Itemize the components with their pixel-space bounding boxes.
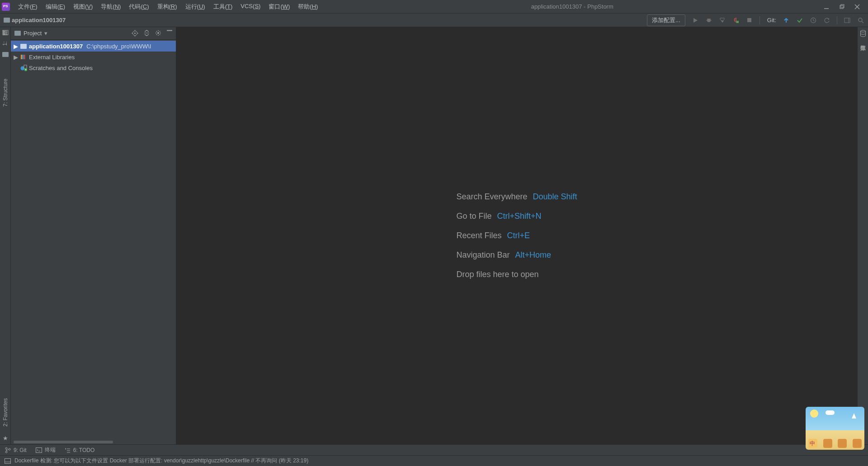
database-icon[interactable]: [860, 30, 866, 37]
right-tab-database[interactable]: 数据库: [858, 37, 868, 44]
menu-文件[interactable]: 文件(F): [14, 1, 41, 13]
svg-point-18: [859, 18, 862, 22]
titlebar: 文件(F)编辑(E)视图(V)导航(N)代码(C)重构(R)运行(U)工具(T)…: [0, 0, 868, 14]
menu-窗口[interactable]: 窗口(W): [265, 1, 293, 13]
coverage-icon[interactable]: [719, 17, 726, 24]
git-update-icon[interactable]: [783, 17, 790, 24]
svg-point-41: [9, 448, 10, 450]
project-tree[interactable]: ▶ application1001307 C:\phpstudy_pro\WWW…: [11, 40, 176, 440]
branch-icon: [5, 447, 11, 453]
folder-icon: [4, 18, 10, 23]
terminal-icon: [36, 447, 42, 453]
menubar: 文件(F)编辑(E)视图(V)导航(N)代码(C)重构(R)运行(U)工具(T)…: [14, 1, 321, 13]
stop-icon[interactable]: [746, 17, 753, 24]
svg-rect-32: [23, 55, 24, 59]
search-everywhere-icon[interactable]: [857, 17, 864, 24]
menu-帮助[interactable]: 帮助(H): [294, 1, 321, 13]
toolbar-run-icons: Git:: [692, 16, 864, 24]
breadcrumb[interactable]: application1001307: [4, 17, 66, 24]
editor-hint: Recent FilesCtrl+E: [456, 231, 577, 240]
menu-VCS[interactable]: VCS(S): [237, 1, 264, 13]
minimize-button[interactable]: [823, 3, 830, 10]
editor-hint: Navigation BarAlt+Home: [456, 250, 577, 260]
hide-panel-icon[interactable]: [167, 30, 172, 37]
run-icon[interactable]: [692, 17, 699, 24]
svg-rect-31: [21, 55, 22, 59]
menu-导航[interactable]: 导航(N): [97, 1, 124, 13]
ime-btn-icon[interactable]: [838, 439, 847, 448]
expand-arrow-icon[interactable]: ▶: [14, 54, 18, 61]
library-icon: [20, 54, 27, 60]
tree-node-label: External Libraries: [29, 54, 75, 61]
menu-工具[interactable]: 工具(T): [210, 1, 236, 13]
ime-lang-icon[interactable]: [808, 439, 817, 448]
git-label: Git:: [767, 17, 776, 24]
hint-shortcut: Ctrl+Shift+N: [497, 212, 541, 221]
navigation-toolbar: application1001307 添加配置... Git:: [0, 14, 868, 27]
tool-window-toggle-icon[interactable]: [5, 458, 11, 464]
bottom-tab-terminal[interactable]: 终端: [36, 446, 56, 454]
project-panel-title[interactable]: Project: [24, 30, 42, 37]
menu-编辑[interactable]: 编辑(E): [42, 1, 69, 13]
menu-运行[interactable]: 运行(U): [182, 1, 209, 13]
star-icon: ★: [3, 435, 8, 442]
svg-point-23: [134, 33, 136, 34]
svg-line-9: [707, 19, 708, 19]
hint-shortcut: Alt+Home: [515, 250, 552, 260]
cloud-icon: [826, 410, 835, 415]
ime-btn-icon[interactable]: [823, 439, 832, 448]
horizontal-scrollbar[interactable]: [11, 440, 176, 444]
svg-line-19: [862, 21, 863, 23]
bottom-tab-todo[interactable]: 6: TODO: [65, 447, 95, 453]
menu-重构[interactable]: 重构(R): [154, 1, 181, 13]
editor-hint: Search EverywhereDouble Shift: [456, 192, 577, 202]
git-revert-icon[interactable]: [823, 17, 830, 24]
layout-icon[interactable]: [844, 17, 851, 24]
git-history-icon[interactable]: [810, 17, 817, 24]
ime-overlay-widget[interactable]: [806, 407, 864, 450]
scratches-node[interactable]: ▶ Scratches and Consoles: [11, 62, 176, 73]
listen-debug-icon[interactable]: [732, 17, 740, 24]
project-panel-header: Project ▾: [11, 27, 176, 40]
boat-icon: [852, 413, 856, 419]
run-configuration-selector[interactable]: 添加配置...: [647, 14, 685, 26]
expand-all-icon[interactable]: [144, 30, 150, 37]
breadcrumb-project: application1001307: [12, 17, 66, 24]
svg-point-40: [5, 451, 7, 453]
right-tool-gutter: 数据库: [857, 27, 868, 444]
bottom-tab-git[interactable]: 9: Git: [5, 447, 27, 453]
editor-empty-state[interactable]: Search EverywhereDouble ShiftGo to FileC…: [176, 27, 857, 444]
hint-shortcut: Ctrl+E: [507, 231, 530, 240]
gear-icon[interactable]: [155, 30, 161, 37]
tree-node-label: application1001307: [29, 43, 83, 50]
git-commit-icon[interactable]: [796, 17, 803, 24]
svg-rect-42: [36, 447, 42, 452]
sun-icon: [810, 410, 818, 418]
locate-icon[interactable]: [132, 30, 138, 37]
left-tab-project[interactable]: 1: 项目: [0, 36, 10, 49]
svg-rect-16: [844, 18, 850, 23]
external-libraries-node[interactable]: ▶ External Libraries: [11, 52, 176, 62]
svg-rect-33: [24, 55, 25, 59]
menu-代码[interactable]: 代码(C): [125, 1, 152, 13]
svg-marker-15: [828, 18, 830, 20]
debug-icon[interactable]: [705, 17, 712, 24]
svg-marker-11: [721, 21, 724, 23]
bottom-tool-tabs: 9: Git 终端 6: TODO: [0, 444, 868, 455]
window-title: application1001307 - PhpStorm: [321, 3, 823, 10]
menu-视图[interactable]: 视图(V): [70, 1, 96, 13]
left-tab-structure[interactable]: 7: Structure: [1, 75, 9, 110]
maximize-button[interactable]: [838, 3, 845, 10]
chevron-down-icon[interactable]: ▾: [44, 30, 47, 37]
layout-collapse-icon[interactable]: [2, 30, 9, 35]
window-controls: [823, 3, 861, 10]
hint-label: Search Everywhere: [456, 192, 527, 202]
close-button[interactable]: [854, 3, 861, 10]
left-tab-favorites[interactable]: 2: Favorites: [1, 395, 9, 430]
expand-arrow-icon[interactable]: ▶: [14, 43, 18, 50]
ime-btn-icon[interactable]: [853, 439, 862, 448]
project-root-node[interactable]: ▶ application1001307 C:\phpstudy_pro\WWW…: [11, 41, 176, 52]
svg-rect-12: [736, 21, 739, 23]
editor-hints: Search EverywhereDouble ShiftGo to FileC…: [456, 192, 577, 279]
status-message[interactable]: Dockerfile 检测: 您可以为以下文件设置 Docker 部署运行配置:…: [14, 457, 308, 465]
